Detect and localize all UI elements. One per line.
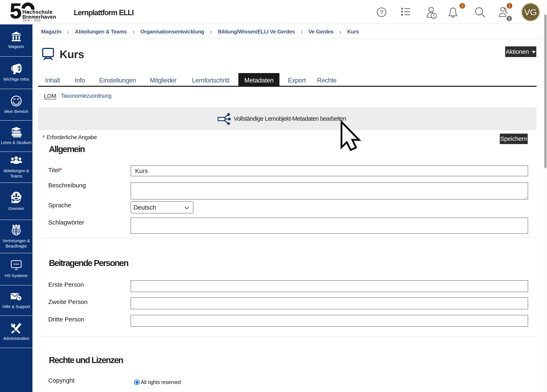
svg-text:?: ? (380, 9, 383, 15)
svg-text:5: 5 (10, 1, 21, 23)
svg-text:1975 – 2025: 1975 – 2025 (23, 19, 41, 22)
svg-text:?: ? (18, 296, 20, 301)
